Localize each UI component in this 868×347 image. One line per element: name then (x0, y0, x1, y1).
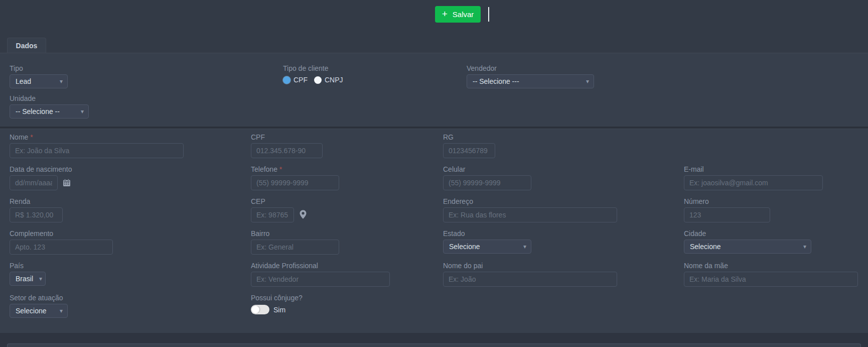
cidade-label: Cidade (684, 229, 811, 238)
rg-input[interactable] (443, 143, 495, 158)
chevron-down-icon: ▾ (39, 275, 42, 282)
tab-dados-label: Dados (16, 42, 38, 50)
conjuge-toggle[interactable] (251, 305, 269, 314)
field-renda: Renda (10, 197, 63, 222)
pais-select[interactable]: Brasil ▾ (10, 272, 46, 286)
email-input[interactable] (684, 175, 823, 190)
tipo-label: Tipo (10, 64, 68, 73)
cep-input[interactable] (251, 207, 294, 222)
save-button[interactable]: + Salvar (435, 6, 481, 23)
setor-atuacao-label: Setor de atuação (10, 294, 68, 302)
field-possui-conjuge: Possui cônjuge? Sim (251, 294, 303, 314)
rg-label: RG (443, 133, 495, 142)
field-email: E-mail (684, 165, 823, 190)
field-endereco: Endereço (443, 197, 617, 222)
save-button-label: Salvar (453, 10, 474, 19)
field-cpf: CPF (251, 133, 323, 158)
data-nascimento-label: Data de nascimento (10, 165, 72, 174)
field-tipo: Tipo Lead ▾ (10, 64, 68, 88)
map-pin-icon[interactable] (300, 210, 307, 219)
field-vendedor: Vendedor -- Selecione --- ▾ (467, 64, 594, 88)
vendedor-select[interactable]: -- Selecione --- ▾ (467, 74, 594, 88)
next-section-edge (7, 343, 861, 347)
unidade-select[interactable]: -- Selecione -- ▾ (10, 104, 89, 119)
setor-atuacao-select[interactable]: Selecione ▾ (10, 304, 68, 318)
field-bairro: Bairro (251, 229, 339, 255)
chevron-down-icon: ▾ (81, 108, 84, 115)
endereco-label: Endereço (443, 197, 617, 206)
cidade-select[interactable]: Selecione ▾ (684, 240, 811, 254)
unidade-label: Unidade (10, 94, 89, 103)
radio-cpf-label: CPF (294, 76, 308, 84)
atividade-profissional-input[interactable] (251, 272, 390, 287)
field-rg: RG (443, 133, 495, 158)
calendar-icon[interactable] (63, 179, 71, 187)
nome-label: Nome * (10, 133, 184, 142)
chevron-down-icon: ▾ (586, 78, 589, 85)
chevron-down-icon: ▾ (803, 243, 806, 250)
field-tipo-de-cliente: Tipo de cliente CPF CNPJ (283, 64, 350, 84)
toggle-knob (252, 306, 259, 313)
celular-label: Celular (443, 165, 531, 174)
field-nome: Nome * (10, 133, 184, 158)
celular-input[interactable] (443, 175, 531, 190)
required-asterisk: * (279, 165, 282, 173)
field-numero: Número (684, 197, 770, 222)
pais-label: País (10, 262, 46, 270)
radio-cnpj-label: CNPJ (325, 76, 343, 84)
field-atividade-profissional: Atividade Profissional (251, 262, 390, 287)
field-telefone: Telefone * (251, 165, 339, 190)
endereco-input[interactable] (443, 207, 617, 222)
field-cep: CEP (251, 197, 294, 222)
chevron-down-icon: ▾ (60, 78, 63, 85)
complemento-label: Complemento (10, 229, 113, 238)
field-cidade: Cidade Selecione ▾ (684, 229, 811, 254)
nome-input[interactable] (10, 143, 184, 158)
nome-do-pai-label: Nome do pai (443, 262, 617, 270)
telefone-label: Telefone * (251, 165, 339, 174)
estado-label: Estado (443, 229, 531, 238)
panel-form: Nome * CPF RG Data de nascimento (0, 129, 868, 333)
chevron-down-icon: ▾ (523, 243, 526, 250)
field-estado: Estado Selecione ▾ (443, 229, 531, 254)
estado-select[interactable]: Selecione ▾ (443, 240, 531, 254)
bairro-input[interactable] (251, 240, 339, 255)
renda-input[interactable] (10, 207, 63, 222)
atividade-profissional-label: Atividade Profissional (251, 262, 390, 270)
radio-cpf[interactable] (283, 76, 291, 84)
nome-do-pai-input[interactable] (443, 272, 617, 287)
cpf-input[interactable] (251, 143, 323, 158)
field-setor-atuacao: Setor de atuação Selecione ▾ (10, 294, 68, 318)
text-cursor (488, 7, 489, 22)
tab-dados[interactable]: Dados (7, 38, 46, 53)
chevron-down-icon: ▾ (60, 307, 63, 314)
field-celular: Celular (443, 165, 531, 190)
bairro-label: Bairro (251, 229, 339, 238)
conjuge-toggle-label: Sim (273, 306, 285, 314)
telefone-input[interactable] (251, 175, 339, 190)
vendedor-label: Vendedor (467, 64, 594, 73)
renda-label: Renda (10, 197, 63, 206)
tipo-select[interactable]: Lead ▾ (10, 74, 68, 88)
field-nome-da-mae: Nome da mãe (684, 262, 858, 287)
client-form-screen: + Salvar Dados Tipo Lead ▾ Tipo de clien… (0, 0, 868, 347)
field-unidade: Unidade -- Selecione -- ▾ (10, 94, 89, 119)
field-nome-do-pai: Nome do pai (443, 262, 617, 287)
field-complemento: Complemento (10, 229, 113, 255)
numero-label: Número (684, 197, 770, 206)
required-asterisk: * (30, 133, 33, 141)
possui-conjuge-label: Possui cônjuge? (251, 294, 303, 302)
nome-da-mae-label: Nome da mãe (684, 262, 858, 270)
plus-icon: + (442, 9, 448, 19)
cpf-label: CPF (251, 133, 323, 142)
cep-label: CEP (251, 197, 294, 206)
numero-input[interactable] (684, 207, 770, 222)
field-pais: País Brasil ▾ (10, 262, 46, 286)
complemento-input[interactable] (10, 240, 113, 255)
email-label: E-mail (684, 165, 823, 174)
nome-da-mae-input[interactable] (684, 272, 858, 287)
panel-top: Tipo Lead ▾ Tipo de cliente CPF CNPJ Ven… (0, 53, 868, 127)
data-nascimento-input[interactable] (10, 175, 58, 190)
radio-cnpj[interactable] (314, 76, 322, 84)
tipo-de-cliente-label: Tipo de cliente (283, 64, 350, 73)
